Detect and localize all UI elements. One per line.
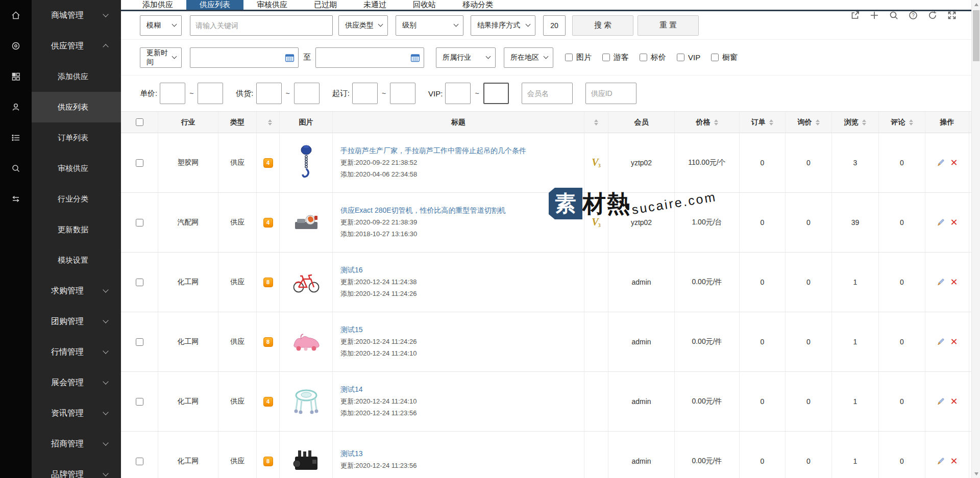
delete-icon[interactable]: ✕ — [950, 218, 958, 227]
delete-icon[interactable]: ✕ — [950, 337, 958, 346]
tab-recycle-bin[interactable]: 回收站 — [400, 0, 449, 10]
date-from-input[interactable] — [190, 47, 299, 68]
tab-rejected[interactable]: 未通过 — [350, 0, 400, 10]
sidebar-item-industry-category[interactable]: 行业分类 — [32, 184, 121, 214]
showcase-checkbox[interactable] — [711, 54, 719, 61]
edit-icon[interactable] — [936, 159, 945, 167]
sidebar-item-module-settings[interactable]: 模块设置 — [32, 245, 121, 275]
sort-icon[interactable] — [268, 119, 272, 125]
sidebar-item-buying[interactable]: 求购管理 — [32, 275, 121, 306]
min-order-max-input[interactable] — [390, 83, 415, 104]
member-name-input[interactable] — [522, 83, 573, 104]
sidebar-item-update-data[interactable]: 更新数据 — [32, 214, 121, 245]
vertical-scrollbar[interactable] — [971, 0, 980, 478]
sidebar-item-order-list[interactable]: 订单列表 — [32, 122, 121, 153]
price-min-input[interactable] — [160, 83, 185, 104]
checkbox-priced[interactable]: 标价 — [640, 53, 666, 62]
vip-checkbox[interactable] — [677, 54, 684, 61]
row-checkbox[interactable] — [136, 219, 143, 227]
sidebar-item-audit-supply[interactable]: 审核供应 — [32, 153, 121, 184]
sort-icon[interactable] — [909, 119, 913, 125]
reset-button[interactable]: 重 置 — [638, 15, 699, 36]
guest-checkbox[interactable] — [602, 54, 610, 61]
delete-icon[interactable]: ✕ — [950, 397, 958, 406]
checkbox-has-image[interactable]: 图片 — [565, 53, 592, 62]
tab-supply-list[interactable]: 供应列表 — [186, 0, 243, 10]
date-to-input[interactable] — [315, 47, 424, 68]
edit-icon[interactable] — [936, 397, 945, 406]
delete-icon[interactable]: ✕ — [950, 158, 958, 167]
sidebar-item-exhibition[interactable]: 展会管理 — [32, 367, 121, 398]
min-order-min-input[interactable] — [352, 83, 378, 104]
sort-icon[interactable] — [714, 119, 718, 125]
external-link-icon[interactable] — [849, 10, 861, 21]
calendar-icon[interactable] — [410, 53, 420, 63]
vip-max-input[interactable] — [483, 83, 509, 104]
keyword-input[interactable] — [190, 15, 333, 36]
calendar-icon[interactable] — [285, 53, 295, 63]
delete-icon[interactable]: ✕ — [950, 278, 958, 287]
sidebar-item-supply-list[interactable]: 供应列表 — [32, 92, 121, 122]
tab-add-supply[interactable]: 添加供应 — [129, 0, 186, 10]
checkbox-vip[interactable]: VIP — [677, 53, 700, 62]
sidebar-item-mall[interactable]: 商城管理 — [32, 0, 121, 31]
row-checkbox[interactable] — [136, 159, 143, 167]
search-icon[interactable] — [0, 153, 32, 184]
plus-icon[interactable] — [869, 10, 880, 21]
sort-icon[interactable] — [816, 119, 820, 125]
sidebar-item-add-supply[interactable]: 添加供应 — [32, 61, 121, 92]
sort-mode-select[interactable]: 结果排序方式 — [471, 15, 535, 36]
supply-type-select[interactable]: 供应类型 — [338, 15, 388, 36]
supply-title-link[interactable]: 测试13 — [340, 449, 363, 459]
edit-icon[interactable] — [936, 457, 945, 466]
row-checkbox[interactable] — [136, 458, 143, 465]
tab-move-category[interactable]: 移动分类 — [449, 0, 506, 10]
supply-min-input[interactable] — [256, 83, 282, 104]
time-field-select[interactable]: 更新时间 — [140, 47, 182, 68]
fullscreen-icon[interactable] — [946, 10, 958, 21]
sidebar-item-investment[interactable]: 招商管理 — [32, 429, 121, 459]
sidebar-item-group-buy[interactable]: 团购管理 — [32, 306, 121, 337]
sort-icon[interactable] — [862, 119, 866, 125]
industry-select[interactable]: 所属行业 — [436, 47, 496, 68]
tab-expired[interactable]: 已过期 — [301, 0, 350, 10]
has-image-checkbox[interactable] — [565, 54, 573, 61]
match-mode-select[interactable]: 模糊 — [140, 15, 182, 36]
edit-icon[interactable] — [936, 278, 945, 287]
edit-icon[interactable] — [936, 338, 945, 346]
supply-title-link[interactable]: 手拉葫芦生产厂家，手拉葫芦工作中需停止起吊的几个条件 — [340, 146, 526, 156]
price-max-input[interactable] — [198, 83, 223, 104]
per-page-input[interactable] — [543, 15, 566, 36]
supply-title-link[interactable]: 测试14 — [340, 385, 363, 394]
checkbox-guest[interactable]: 游客 — [602, 53, 629, 62]
help-icon[interactable]: ? — [908, 10, 919, 21]
tab-audit-supply[interactable]: 审核供应 — [243, 0, 301, 10]
scroll-down-arrow[interactable] — [972, 469, 980, 478]
supply-id-input[interactable] — [585, 83, 636, 104]
home-icon[interactable] — [0, 0, 32, 31]
sort-icon[interactable] — [769, 119, 773, 125]
select-all-checkbox[interactable] — [136, 118, 143, 126]
sort-icon[interactable] — [594, 119, 598, 125]
sidebar-item-news[interactable]: 资讯管理 — [32, 398, 121, 429]
list-icon[interactable] — [0, 122, 32, 153]
vip-min-input[interactable] — [445, 83, 471, 104]
supply-title-link[interactable]: 供应Exact 280E切管机，性价比高的重型管道切割机 — [340, 206, 506, 215]
supply-title-link[interactable]: 测试15 — [340, 325, 363, 335]
sidebar-item-market[interactable]: 行情管理 — [32, 337, 121, 367]
settings-icon[interactable] — [0, 31, 32, 61]
row-checkbox[interactable] — [136, 398, 143, 406]
checkbox-showcase[interactable]: 橱窗 — [711, 53, 738, 62]
edit-icon[interactable] — [936, 218, 945, 227]
supply-max-input[interactable] — [294, 83, 320, 104]
row-checkbox[interactable] — [136, 279, 143, 286]
search-icon[interactable] — [888, 10, 899, 21]
search-button[interactable]: 搜 索 — [572, 15, 633, 36]
level-select[interactable]: 级别 — [396, 15, 463, 36]
refresh-icon[interactable] — [927, 10, 938, 21]
priced-checkbox[interactable] — [640, 54, 647, 61]
modules-icon[interactable] — [0, 61, 32, 92]
delete-icon[interactable]: ✕ — [950, 457, 958, 466]
sidebar-item-supply[interactable]: 供应管理 — [32, 31, 121, 61]
scrollbar-thumb[interactable] — [973, 10, 979, 61]
